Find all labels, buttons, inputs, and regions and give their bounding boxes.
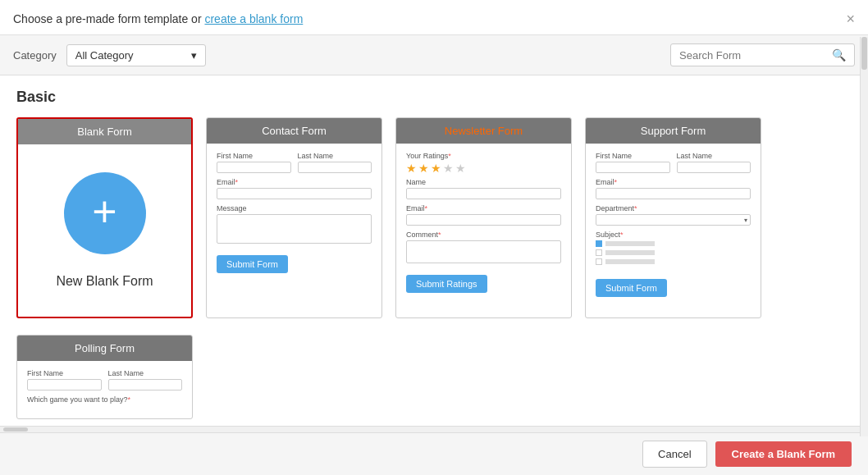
newsletter-submit-btn[interactable]: Submit Ratings — [406, 275, 487, 293]
poll-first-name-label: First Name — [27, 369, 102, 377]
plus-icon: + — [92, 190, 116, 233]
sp-dept-label: Department* — [596, 204, 751, 212]
sp-last-name-label: Last Name — [677, 152, 752, 160]
card-support-form[interactable]: Support Form First Name Last Name — [585, 117, 761, 318]
star-3: ★ — [431, 162, 441, 175]
intro-text: Choose a pre-made form template or — [13, 12, 204, 25]
card-blank-form-body: + New Blank Form — [18, 144, 191, 317]
toolbar: Category All Category ▾ 🔍 — [0, 35, 868, 75]
card-polling-form-header: Polling Form — [17, 336, 192, 361]
star-1: ★ — [406, 162, 417, 175]
search-box: 🔍 — [670, 43, 855, 66]
poll-game-label: Which game you want to play?* — [27, 395, 182, 404]
star-5: ★ — [455, 162, 466, 175]
scrollbar-thumb — [861, 37, 867, 70]
search-icon: 🔍 — [832, 48, 846, 62]
card-polling-form[interactable]: Polling Form First Name Last Name — [16, 335, 193, 419]
ratings-label: Your Ratings* — [406, 152, 561, 160]
poll-last-name-preview — [108, 379, 183, 391]
sp-last-name-preview — [677, 162, 752, 173]
subject-option-3 — [596, 258, 751, 265]
subject-option-1 — [596, 240, 751, 247]
checkbox-line-3 — [605, 259, 655, 264]
first-name-label: First Name — [217, 152, 291, 160]
sp-subject-label: Subject* — [596, 231, 751, 239]
card-blank-form-header: Blank Form — [18, 119, 191, 144]
vertical-scrollbar[interactable] — [860, 37, 868, 436]
email-label: Email* — [217, 178, 372, 186]
sp-email-preview — [596, 188, 751, 199]
card-contact-form[interactable]: Contact Form First Name Last Name — [206, 117, 382, 318]
sp-first-name-label: First Name — [596, 152, 670, 160]
poll-first-name-preview — [27, 379, 102, 391]
comment-label: Comment* — [406, 231, 561, 239]
email-preview — [217, 188, 372, 199]
first-name-preview — [217, 162, 291, 173]
star-2: ★ — [418, 162, 429, 175]
cancel-button[interactable]: Cancel — [642, 441, 706, 468]
sp-first-name-preview — [596, 162, 670, 173]
nl-email-label: Email* — [406, 204, 561, 212]
create-blank-form-button[interactable]: Create a Blank Form — [715, 441, 852, 467]
card-support-form-header: Support Form — [586, 118, 761, 144]
h-scrollbar-thumb — [3, 427, 28, 432]
comment-preview — [406, 240, 561, 263]
subject-option-2 — [596, 249, 751, 256]
name-label: Name — [406, 178, 561, 186]
category-value: All Category — [75, 49, 134, 62]
card-blank-form[interactable]: Blank Form + New Blank Form — [16, 117, 193, 318]
card-newsletter-form-header: Newsletter Form — [396, 118, 571, 144]
category-label: Category — [13, 49, 57, 62]
checkbox-3 — [596, 258, 602, 265]
star-rating: ★ ★ ★ ★ ★ — [406, 162, 561, 175]
star-4: ★ — [443, 162, 454, 175]
sp-email-label: Email* — [596, 178, 751, 186]
blank-form-label: New Blank Form — [56, 274, 153, 289]
create-blank-link[interactable]: create a blank form — [204, 12, 303, 25]
chevron-down-icon: ▾ — [191, 49, 197, 62]
card-contact-form-header: Contact Form — [207, 118, 381, 144]
content-area: Basic Blank Form + New Blank Form Contac… — [0, 75, 868, 432]
cards-row-basic: Blank Form + New Blank Form Contact Form… — [16, 117, 848, 318]
plus-circle-icon: + — [64, 172, 146, 254]
checkbox-1 — [596, 240, 602, 247]
message-preview — [217, 214, 372, 244]
dialog-header: Choose a pre-made form template or creat… — [0, 0, 868, 35]
dialog-footer: Cancel Create a Blank Form — [0, 432, 868, 475]
last-name-preview — [298, 162, 372, 173]
section-title: Basic — [16, 89, 848, 106]
card-newsletter-form-body: Your Ratings* ★ ★ ★ ★ ★ Name — [396, 144, 571, 308]
poll-last-name-label: Last Name — [108, 369, 183, 377]
dept-dropdown-arrow: ▾ — [744, 217, 747, 224]
nl-email-preview — [406, 214, 561, 226]
support-submit-btn[interactable]: Submit Form — [596, 279, 667, 297]
card-support-form-body: First Name Last Name Email* — [586, 144, 761, 308]
contact-submit-btn[interactable]: Submit Form — [217, 255, 288, 273]
checkbox-line-1 — [605, 241, 655, 246]
message-label: Message — [217, 204, 372, 212]
card-polling-form-body: First Name Last Name Which game you want… — [17, 361, 192, 418]
sp-dept-preview: ▾ — [596, 214, 751, 226]
form-template-dialog: Choose a pre-made form template or creat… — [0, 0, 868, 475]
close-button[interactable]: × — [846, 11, 855, 26]
checkbox-2 — [596, 249, 602, 256]
horizontal-scrollbar[interactable] — [0, 426, 860, 432]
name-preview — [406, 188, 561, 199]
last-name-label: Last Name — [298, 152, 372, 160]
search-input[interactable] — [679, 49, 832, 62]
cards-row-2: Polling Form First Name Last Name — [16, 335, 848, 419]
category-dropdown[interactable]: All Category ▾ — [66, 44, 206, 66]
card-newsletter-form[interactable]: Newsletter Form Your Ratings* ★ ★ ★ ★ ★ … — [395, 117, 572, 318]
header-text: Choose a pre-made form template or creat… — [13, 12, 303, 25]
checkbox-line-2 — [605, 250, 655, 255]
card-contact-form-body: First Name Last Name Email* — [207, 144, 381, 308]
